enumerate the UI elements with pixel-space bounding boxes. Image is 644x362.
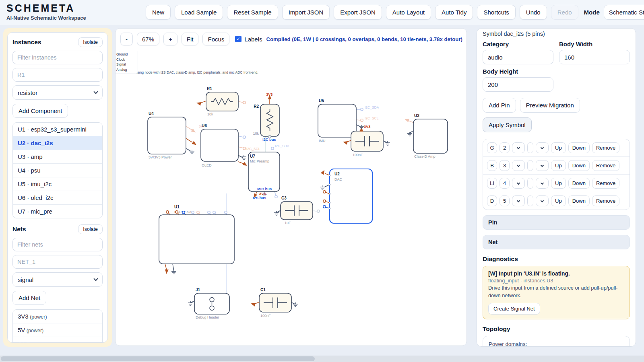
pin-kind-select[interactable] [536, 178, 549, 189]
pin-circle[interactable] [323, 206, 326, 208]
pin-circle[interactable] [323, 191, 326, 193]
pin-circle[interactable] [175, 211, 178, 213]
toolbar-button-undo[interactable]: Undo [520, 5, 547, 20]
toolbar-button-shortcuts[interactable]: Shortcuts [477, 5, 515, 20]
pin-name-input[interactable] [487, 160, 497, 171]
pin-up-button[interactable]: Up [551, 160, 566, 171]
labels-checkbox-icon[interactable]: ✓ [235, 36, 242, 42]
component-U7[interactable]: U7Mic Preamp [248, 152, 280, 191]
add-pin-button[interactable]: Add Pin [483, 98, 516, 113]
pin-remove-button[interactable]: Remove [592, 142, 619, 153]
pin-number-input[interactable] [500, 178, 510, 189]
pin-offset-input[interactable] [527, 195, 533, 206]
component-R2[interactable]: R210k [253, 104, 279, 136]
horizontal-scrollbar[interactable] [0, 356, 644, 362]
pin-number-input[interactable] [500, 160, 510, 171]
pin-circle[interactable] [213, 211, 215, 214]
pin-number-input[interactable] [500, 195, 510, 206]
toolbar-button-auto-layout[interactable]: Auto Layout [386, 5, 431, 20]
toolbar-button-new[interactable]: New [146, 5, 171, 20]
add-net-button[interactable]: Add Net [12, 291, 46, 305]
net-section-header[interactable]: Net [483, 235, 630, 249]
toolbar-button-load-sample[interactable]: Load Sample [175, 5, 223, 20]
instance-name-input[interactable] [12, 68, 103, 82]
component-U6[interactable]: U6OLED [201, 123, 238, 167]
nets-isolate-button[interactable]: Isolate [78, 224, 103, 234]
zoom-level-button[interactable]: 67% [137, 33, 159, 45]
component-J1[interactable]: J1Debug Header [194, 288, 229, 319]
toolbar-button-auto-tidy[interactable]: Auto Tidy [435, 5, 473, 20]
toolbar-button-export-json[interactable]: Export JSON [334, 5, 382, 20]
pin-name-input[interactable] [487, 195, 497, 206]
preview-migration-button[interactable]: Preview Migration [520, 98, 580, 113]
pin-name-input[interactable] [487, 142, 497, 153]
pin-remove-button[interactable]: Remove [592, 160, 619, 171]
pin-side-select[interactable] [512, 142, 525, 153]
pin-kind-select[interactable] [536, 142, 549, 153]
component-body[interactable] [201, 129, 238, 161]
instance-item[interactable]: U6 · oled_i2c [13, 191, 102, 204]
pin-section-header[interactable]: Pin [483, 215, 630, 230]
pin-circle[interactable] [271, 147, 274, 150]
horizontal-scrollbar-thumb[interactable] [1, 356, 315, 361]
pin-side-select[interactable] [512, 195, 525, 206]
component-R1[interactable]: R110k [206, 86, 238, 116]
pin-circle[interactable] [208, 211, 210, 214]
pin-down-button[interactable]: Down [568, 195, 590, 206]
filter-instances-input[interactable] [12, 51, 103, 64]
net-item[interactable]: 3V3 (power) [13, 310, 102, 323]
zoom-in-button[interactable]: + [163, 33, 178, 45]
pin-number-input[interactable] [500, 142, 510, 153]
pin-offset-input[interactable] [527, 142, 533, 153]
schematic-canvas[interactable]: R110kR210kU45V/3V3 PowerU6OLEDU7Mic Prea… [116, 51, 466, 346]
pin-up-button[interactable]: Up [551, 142, 566, 153]
mode-select[interactable]: Schematic Stub [604, 5, 644, 20]
pin-remove-button[interactable]: Remove [592, 195, 619, 206]
pin-down-button[interactable]: Down [568, 178, 590, 189]
toolbar-button-reset-sample[interactable]: Reset Sample [227, 5, 278, 20]
pin-up-button[interactable]: Up [551, 195, 566, 206]
component-body[interactable] [413, 119, 448, 153]
instance-type-select[interactable]: resistor [12, 85, 103, 100]
pin-circle[interactable] [182, 211, 185, 214]
component-cap[interactable]: 100nF [351, 131, 383, 157]
filter-nets-input[interactable] [12, 238, 103, 251]
component-C3[interactable]: C31uF [281, 196, 313, 225]
instance-item[interactable]: U5 · imu_i2c [13, 177, 102, 191]
pin-circle[interactable] [243, 101, 246, 104]
component-body[interactable] [318, 104, 356, 137]
pin-circle[interactable] [243, 136, 246, 138]
focus-button[interactable]: Focus [202, 33, 229, 45]
component-U2[interactable]: U2DAC [330, 169, 372, 223]
pin-down-button[interactable]: Down [568, 160, 590, 171]
component-U1[interactable]: U1ESP32-S3 [159, 205, 234, 264]
toolbar-button-import-json[interactable]: Import JSON [282, 5, 330, 20]
pin-side-select[interactable] [512, 160, 525, 171]
component-body[interactable] [148, 117, 186, 154]
fit-button[interactable]: Fit [182, 33, 199, 45]
category-input[interactable] [483, 50, 553, 64]
pin-circle[interactable] [361, 119, 363, 121]
pin-circle[interactable] [275, 195, 277, 198]
pin-circle[interactable] [197, 211, 199, 214]
pin-kind-select[interactable] [536, 195, 549, 206]
component-C1[interactable]: C1100nF [259, 288, 291, 318]
pin-side-select[interactable] [512, 178, 525, 189]
net-item[interactable]: 5V (power) [13, 323, 102, 337]
pin-circle[interactable] [166, 211, 169, 213]
pin-circle[interactable] [361, 108, 363, 111]
instance-item[interactable]: U1 · esp32_s3_supermini [13, 123, 102, 136]
pin-up-button[interactable]: Up [551, 178, 566, 189]
body-width-input[interactable] [559, 50, 630, 64]
net-type-select[interactable]: signal [12, 272, 103, 287]
component-U4[interactable]: U45V/3V3 Power [148, 111, 186, 159]
create-signal-net-button[interactable]: Create Signal Net [488, 303, 540, 315]
pin-circle[interactable] [317, 210, 320, 212]
instance-item[interactable]: U2 · dac_i2s [13, 136, 102, 150]
instance-item[interactable]: U4 · psu [13, 163, 102, 177]
pin-down-button[interactable]: Down [568, 142, 590, 153]
body-height-input[interactable] [483, 77, 553, 92]
component-U5[interactable]: U5IMU [318, 99, 356, 143]
pin-remove-button[interactable]: Remove [592, 178, 619, 189]
schematic-svg[interactable]: R110kR210kU45V/3V3 PowerU6OLEDU7Mic Prea… [116, 51, 466, 346]
